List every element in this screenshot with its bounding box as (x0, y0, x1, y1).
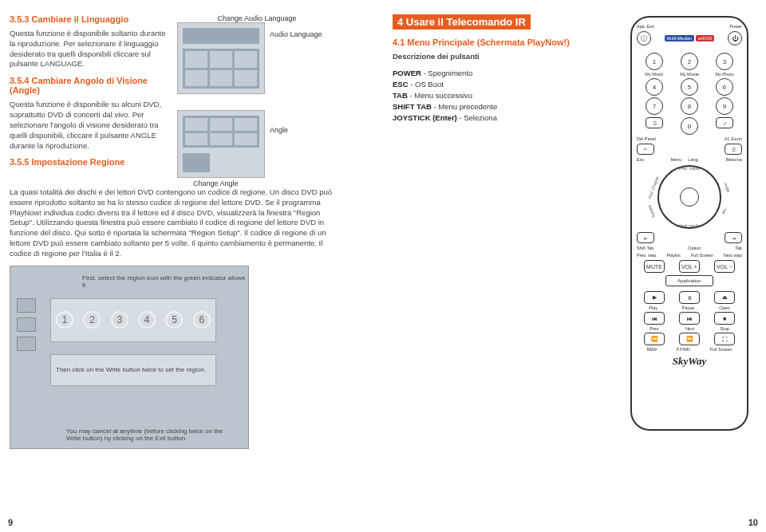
remote-myphoto-label: My Photo (715, 72, 733, 77)
angle-label-right: Angle (270, 126, 288, 134)
remote-num-5: 5 (681, 78, 698, 96)
remote-menu-button: ☰ (725, 144, 742, 155)
sec-353-title: 3.5.3 Cambiare il Linguaggio (10, 14, 169, 24)
kv-power: POWER - POWER - SpegnimentoSpegnimento (393, 69, 608, 77)
remote-brand: SkyWay (637, 355, 742, 368)
remote-prev-media-label: Prev. media (679, 166, 700, 171)
remote-vol-down-button: VOL − (714, 260, 735, 273)
remote-prev-step-label: Prev. step (637, 253, 656, 258)
remote-ffwd-button: ⏩ (679, 333, 700, 345)
remote-fullscreen-button: ⛶ (714, 333, 735, 345)
remote-play-label: Play (649, 305, 657, 310)
remote-num-2: 2 (681, 53, 698, 70)
remote-mute-button: MUTE (644, 260, 665, 273)
audio-language-screenshot (177, 22, 265, 94)
remote-pause-button: ⏸ (679, 291, 700, 304)
remote-num-8: 8 (681, 97, 698, 115)
remote-num-1: 1 (646, 53, 663, 70)
remote-playlist-label: Playlist (666, 253, 680, 258)
remote-mymovie-label: My Movie (680, 72, 699, 77)
remote-app-exit-label: App. Exit (637, 24, 654, 29)
sec-41-title: 4.1 Menu Principale (Schermata PlayNow!) (393, 37, 608, 47)
remote-open-button: ⏏ (714, 291, 735, 304)
sec-353-body: Questa funzione è disponibile soltanto d… (10, 29, 169, 69)
remote-multi-median-pill: Multi-Median (665, 35, 694, 41)
sec-354-title: 3.5.4 Cambiare Angolo di Visione (Angle) (10, 76, 169, 95)
remote-next-step-label: Next step (724, 253, 742, 258)
remote-ffwd-label: F.FWD (677, 347, 690, 352)
remote-control-diagram: App. Exit Power ⓘ Multi-Median ezDVD ⏻ 1… (630, 16, 748, 431)
remote-esc-label: Esc (637, 157, 644, 162)
remote-num-3: 3 (716, 53, 733, 70)
remote-tab-label: Tab (721, 207, 728, 215)
remote-shift-tab-button: ⇤ (637, 232, 654, 243)
remote-del-panel-label: Del Panel (637, 136, 656, 141)
remote-tab-button: ⇥ (725, 232, 742, 243)
remote-a1zoom-label: A1 Zoom (725, 136, 742, 141)
remote-vol-up-button: VOL + (679, 260, 700, 273)
remote-fullscreen-label2: Full Screen (710, 347, 732, 352)
angle-label-bottom: Change Angle (193, 179, 337, 187)
sec-355-title: 3.5.5 Impostazione Regione (10, 157, 169, 167)
remote-rew-label: REW (646, 347, 657, 352)
remote-ezdvd-pill: ezDVD (696, 35, 714, 41)
region-hint-1: First, select the region icon with the g… (82, 274, 248, 289)
remote-num-4: 4 (646, 78, 663, 96)
remote-stop-label: Stop (720, 326, 728, 331)
remote-add-chapter-label: Add. Chapter (647, 175, 660, 199)
audio-label-right: Audio Language (270, 30, 322, 38)
remote-option-label: Option (688, 246, 701, 250)
sec-4-title: 4 Usare il Telecomando IR (393, 14, 531, 30)
kv-esc: ESC - OS Boot (393, 80, 608, 89)
remote-application-button: Application (665, 275, 713, 286)
remote-num-7: 7 (646, 97, 663, 115)
remote-num-9: 9 (716, 97, 733, 115)
remote-esc-button: ⎋ (637, 144, 654, 155)
remote-open-label: Open (719, 305, 729, 310)
remote-zoom-button: ⤢ (716, 117, 733, 128)
remote-rew-button: ⏪ (644, 333, 665, 345)
remote-subtitle-label: Subtitle (647, 204, 656, 219)
angle-screenshot (177, 110, 265, 178)
remote-num-6: 6 (716, 78, 733, 96)
page-number-right: 10 (748, 518, 758, 527)
remote-tab-label2: Tab (735, 246, 742, 250)
page-number-left: 9 (8, 518, 13, 527)
sec-354-body: Questa funzione è disponibile su alcuni … (10, 100, 169, 151)
desc-title: Descrizione dei pulsanti (393, 52, 480, 61)
remote-enter-button (680, 187, 699, 207)
region-hint-2: Then click on the Write button twice to … (50, 354, 216, 386)
remote-power-button: ⏻ (728, 31, 742, 45)
remote-angle-label: Angle (724, 182, 732, 193)
remote-stop-button: ■ (714, 312, 735, 325)
remote-num-0: 0 (681, 117, 698, 135)
region-hint-3: You may cancel at anytime (before clicki… (66, 428, 226, 442)
sec-355-body: La quasi totalità dei dischi e dei letto… (10, 187, 345, 259)
remote-pause-label: Pause (682, 305, 695, 310)
kv-joystick: JOYSTICK (Enter) - Seleziona (393, 113, 608, 122)
remote-del-panel-button: ☰ (646, 117, 663, 128)
kv-tab: TAB - Menu successivo (393, 91, 608, 100)
remote-fullscreen-label: Full Screen (691, 253, 713, 258)
remote-lang-label: Lang. (688, 157, 699, 162)
remote-next-label: Next (685, 326, 694, 331)
region-setup-screenshot: First, select the region icon with the g… (10, 266, 249, 449)
remote-prev-label: Prev. (650, 326, 659, 331)
kv-shift-tab: SHIFT TAB - Menu precedente (393, 102, 608, 111)
remote-shift-tab-label: Shift Tab (637, 246, 653, 250)
remote-nav-circle: Prev. media Next media Add. Chapter Angl… (657, 165, 721, 229)
remote-play-button: ▶ (644, 291, 665, 304)
remote-next-media-label: Next media (679, 223, 699, 228)
remote-menu-label: Menu (671, 157, 682, 162)
remote-prev-button: ⏮ (644, 312, 665, 325)
remote-next-button: ⏭ (679, 312, 700, 325)
remote-resume-label: Resume (726, 157, 742, 162)
audio-label-top: Change Audio Language (177, 14, 337, 22)
remote-mymusic-label: My Music (645, 72, 663, 77)
remote-power-label: Power (729, 24, 742, 29)
remote-app-exit-button: ⓘ (637, 31, 651, 45)
